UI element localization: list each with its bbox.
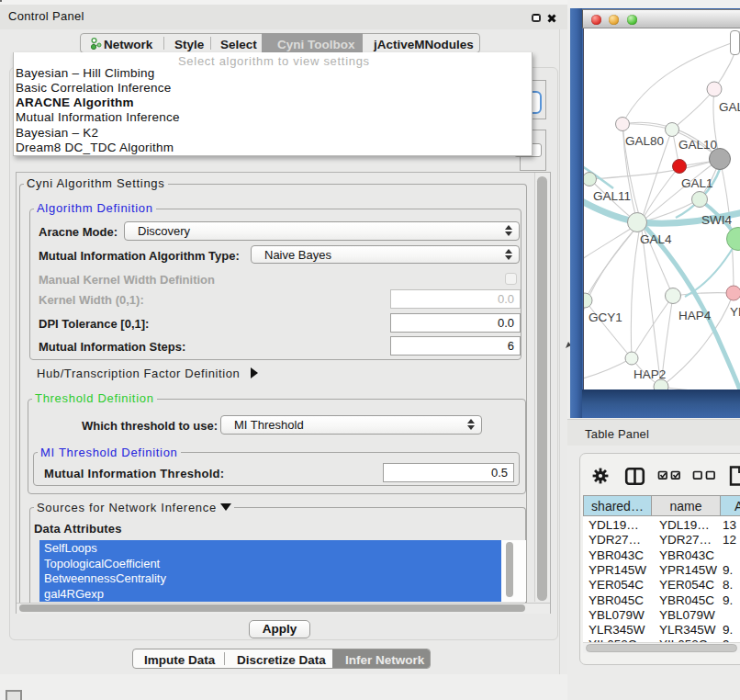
svg-text:GCY1: GCY1 [589, 310, 622, 324]
svg-text:GAL80: GAL80 [625, 134, 664, 148]
svg-text:SWI4: SWI4 [701, 213, 732, 227]
svg-text:GAL4: GAL4 [640, 232, 672, 246]
svg-text:GAL1: GAL1 [681, 176, 713, 190]
svg-text:GAL2: GAL2 [719, 100, 740, 114]
svg-text:GAL11: GAL11 [593, 189, 631, 203]
svg-text:YM: YM [730, 305, 740, 319]
svg-text:HAP4: HAP4 [678, 309, 712, 322]
svg-text:HAP2: HAP2 [633, 367, 666, 381]
svg-text:GAL10: GAL10 [678, 138, 717, 152]
